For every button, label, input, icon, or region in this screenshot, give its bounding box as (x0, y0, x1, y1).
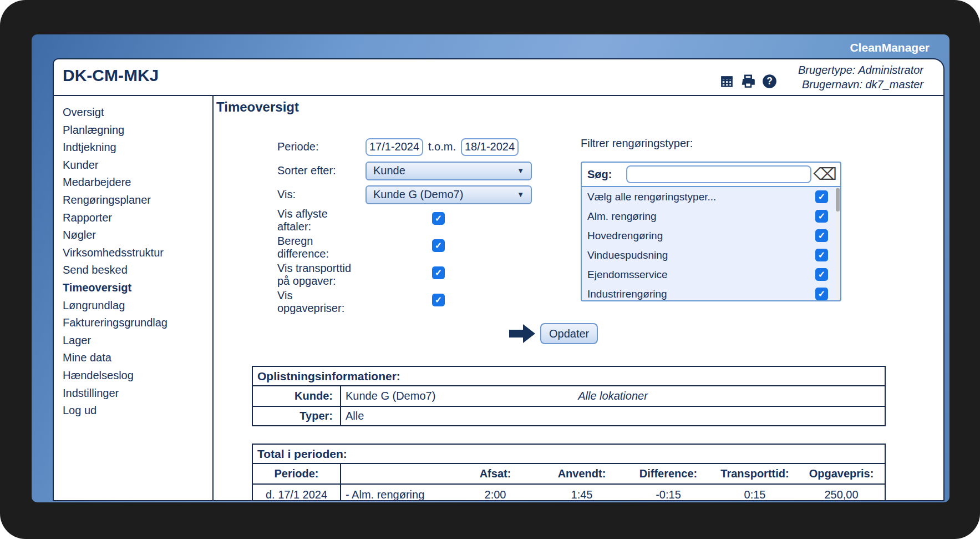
main-content: Timeoversigt Periode: t.o.m. Sorter efte… (214, 96, 943, 501)
chevron-down-icon: ▼ (517, 167, 524, 175)
total-table-header: Periode: Afsat: Anvendt: Difference: Tra… (253, 464, 885, 485)
filter-panel: Søg: ⌫ Vælg alle rengøringstyper... ✓ Al… (581, 162, 841, 301)
table-row: Kunde: Kunde G (Demo7) Alle lokationer (253, 386, 885, 406)
show-transport-checkbox[interactable]: ✓ (432, 266, 445, 279)
show-transport-label: Vis transporttid på opgaver: (277, 261, 360, 288)
cell-difference: -0:15 (625, 488, 712, 501)
cell-afsat: 2:00 (452, 488, 539, 501)
cell-beskrivelse: - Alm. rengøring (341, 488, 452, 501)
sidebar-item-planlaegning[interactable]: Planlægning (63, 122, 212, 139)
brand-label: CleanManager (850, 41, 930, 54)
sidebar-item-timeoversigt[interactable]: Timeoversigt (63, 279, 212, 297)
filter-checkbox[interactable]: ✓ (815, 190, 828, 203)
svg-text:?: ? (766, 75, 773, 87)
col-periode: Periode: (253, 464, 341, 483)
toolbar: ? (719, 74, 777, 89)
vis-select-value: Kunde G (Demo7) (373, 188, 463, 201)
check-icon: ✓ (818, 230, 825, 241)
sidebar-item-faktureringsgrundlag[interactable]: Faktureringsgrundlag (63, 314, 212, 332)
help-icon[interactable]: ? (762, 74, 777, 89)
filter-search-input[interactable] (626, 165, 811, 183)
filter-item-vinduespudsning[interactable]: Vinduespudsning ✓ (582, 245, 840, 265)
sidebar-item-virksomhedsstruktur[interactable]: Virksomhedsstruktur (63, 244, 212, 262)
report-form: Periode: t.o.m. Sorter efter: (277, 135, 588, 315)
filter-item-industrirengoering[interactable]: Industrirengøring ✓ (582, 284, 840, 300)
sidebar-item-log-ud[interactable]: Log ud (63, 402, 212, 420)
print-icon[interactable] (740, 74, 756, 89)
total-table: Total i perioden: Periode: Afsat: Anvend… (252, 444, 886, 501)
cell-anvendt: 1:45 (539, 488, 625, 501)
vis-label: Vis: (277, 188, 365, 201)
col-transporttid: Transporttid: (712, 467, 798, 480)
info-table-title: Oplistningsinformationer: (253, 367, 885, 386)
user-type-label: Brugertype: Administrator (798, 63, 923, 77)
update-button[interactable]: Opdater (540, 323, 598, 344)
show-prices-checkbox[interactable]: ✓ (432, 294, 445, 306)
tom-label: t.o.m. (428, 140, 456, 153)
check-icon: ✓ (435, 240, 442, 251)
sort-by-select[interactable]: Kunde ▼ (365, 162, 532, 180)
info-row-label: Typer: (253, 407, 341, 425)
sidebar-item-haendelseslog[interactable]: Hændelseslog (63, 367, 212, 385)
filter-checkbox[interactable]: ✓ (815, 268, 828, 281)
check-icon: ✓ (818, 269, 825, 280)
check-icon: ✓ (435, 268, 442, 278)
periode-label: Periode: (277, 140, 365, 153)
filter-item-ejendomsservice[interactable]: Ejendomsservice ✓ (582, 265, 840, 284)
sidebar-item-medarbejdere[interactable]: Medarbejdere (63, 174, 212, 192)
vis-select[interactable]: Kunde G (Demo7) ▼ (365, 185, 532, 204)
filter-checkbox[interactable]: ✓ (815, 229, 828, 242)
check-icon: ✓ (435, 213, 442, 224)
sidebar-item-mine-data[interactable]: Mine data (63, 349, 212, 367)
sidebar-item-rengoeringsplaner[interactable]: Rengøringsplaner (63, 192, 212, 209)
info-row-value: Kunde G (Demo7) (346, 390, 435, 402)
info-table: Oplistningsinformationer: Kunde: Kunde G… (252, 366, 886, 426)
col-opgavepris: Opgavepris: (798, 467, 885, 480)
sidebar-item-kunder[interactable]: Kunder (63, 157, 212, 174)
show-cancelled-checkbox[interactable]: ✓ (432, 212, 445, 225)
filter-list-scrollbar[interactable] (836, 187, 840, 300)
calc-difference-checkbox[interactable]: ✓ (432, 239, 445, 252)
sidebar-item-indtjekning[interactable]: Indtjekning (63, 139, 212, 157)
info-row-note: Alle lokationer (578, 390, 648, 402)
cell-periode: d. 17/1 2024 (253, 485, 341, 501)
app-frame: CleanManager DK-CM-MKJ ? Brugertype: (0, 0, 980, 539)
arrow-right-icon (509, 324, 536, 344)
show-prices-label: Vis opgavepriser: (277, 288, 360, 315)
sidebar-item-loengrundlag[interactable]: Løngrundlag (63, 297, 212, 315)
table-row: Typer: Alle (253, 406, 885, 425)
cell-opgavepris: 250,00 (798, 488, 885, 501)
search-label: Søg: (587, 168, 626, 181)
check-icon: ✓ (435, 295, 442, 305)
sidebar-item-noegler[interactable]: Nøgler (63, 226, 212, 244)
user-info: Brugertype: Administrator Brugernavn: dk… (798, 63, 923, 92)
check-icon: ✓ (818, 211, 825, 221)
filter-item-hovedrengoering[interactable]: Hovedrengøring ✓ (582, 226, 840, 245)
sidebar-item-indstillinger[interactable]: Indstillinger (63, 385, 212, 402)
filter-item-alm-rengoering[interactable]: Alm. rengøring ✓ (582, 206, 840, 226)
cell-transporttid: 0:15 (712, 488, 798, 501)
check-icon: ✓ (818, 192, 825, 202)
clear-search-icon[interactable]: ⌫ (814, 166, 837, 183)
filter-checkbox[interactable]: ✓ (815, 210, 828, 223)
date-to-input[interactable] (461, 138, 519, 156)
table-view-icon[interactable] (719, 74, 734, 89)
date-from-input[interactable] (365, 138, 423, 156)
sidebar-item-lager[interactable]: Lager (63, 332, 212, 350)
sidebar-item-rapporter[interactable]: Rapporter (63, 209, 212, 227)
table-row: d. 17/1 2024 - Alm. rengøring 2:00 1:45 … (253, 485, 885, 501)
sort-by-select-value: Kunde (373, 164, 405, 177)
filter-checkbox[interactable]: ✓ (815, 288, 828, 300)
col-afsat: Afsat: (452, 467, 539, 480)
filter-item-select-all[interactable]: Vælg alle rengøringstyper... ✓ (582, 187, 840, 206)
check-icon: ✓ (818, 250, 825, 260)
col-anvendt: Anvendt: (539, 467, 625, 480)
col-difference: Difference: (625, 467, 712, 480)
total-table-title: Total i perioden: (253, 445, 885, 464)
sidebar-item-send-besked[interactable]: Send besked (63, 261, 212, 279)
sidebar-item-oversigt[interactable]: Oversigt (63, 104, 212, 122)
filter-checkbox[interactable]: ✓ (815, 249, 828, 261)
show-cancelled-label: Vis aflyste aftaler: (277, 206, 360, 233)
filter-title: Filtrer rengøringstyper: (581, 137, 693, 150)
chevron-down-icon: ▼ (517, 190, 524, 199)
